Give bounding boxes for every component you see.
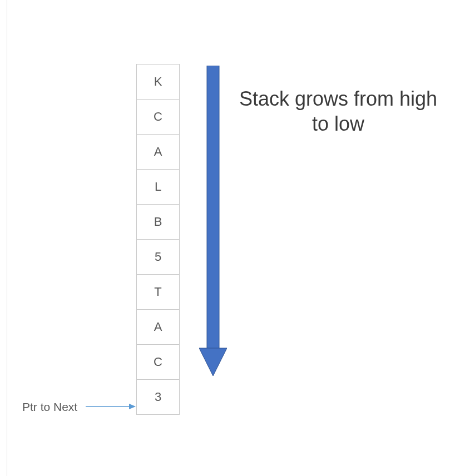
- stack-cell: C: [136, 99, 180, 135]
- stack-cell: A: [136, 134, 180, 170]
- left-guide-rule: [7, 0, 7, 476]
- stack-cell: L: [136, 169, 180, 205]
- stack-column: K C A L B 5 T A C 3: [136, 64, 180, 415]
- right-arrow-icon: [86, 401, 137, 412]
- down-arrow-icon: [199, 66, 227, 377]
- svg-marker-3: [129, 404, 136, 409]
- stack-cell: C: [136, 344, 180, 380]
- diagram-title: Stack grows from high to low: [233, 86, 444, 136]
- pointer-label: Ptr to Next: [22, 400, 77, 414]
- stack-cell: K: [136, 64, 180, 100]
- stack-cell: B: [136, 204, 180, 240]
- stack-cell: 3: [136, 379, 180, 415]
- stack-cell: A: [136, 309, 180, 345]
- stack-cell: T: [136, 274, 180, 310]
- svg-marker-1: [199, 348, 227, 376]
- svg-rect-0: [207, 66, 219, 349]
- stack-cell: 5: [136, 239, 180, 275]
